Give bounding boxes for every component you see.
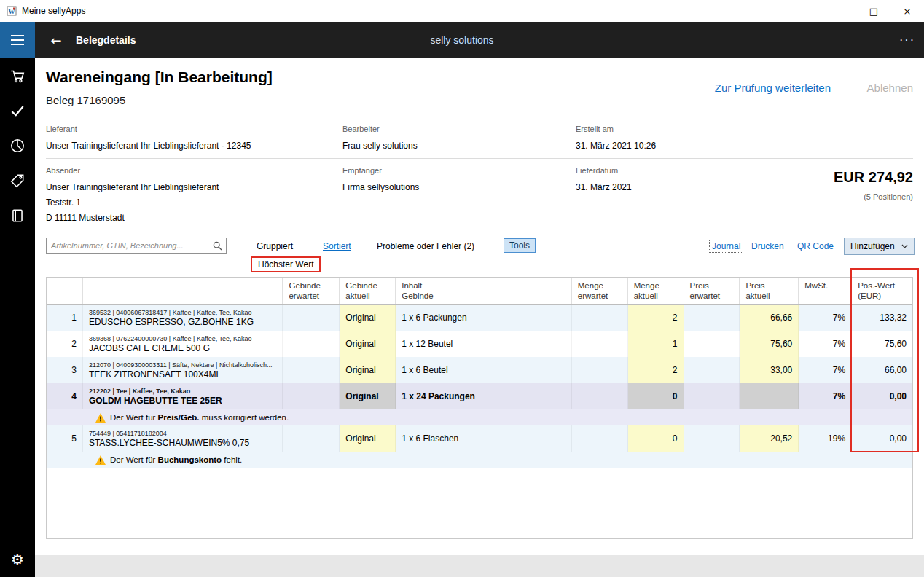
minimize-button[interactable]: – <box>823 0 857 22</box>
drucken-link[interactable]: Drucken <box>751 241 784 251</box>
table-row[interactable]: 1369532 | 04006067818417 | Kaffee | Kaff… <box>47 305 912 331</box>
search-input[interactable] <box>47 239 213 252</box>
mwst-cell: 7% <box>799 357 852 383</box>
article-cell[interactable]: 369368 | 07622400000730 | Kaffee | Kaffe… <box>83 331 283 357</box>
document-title: Wareneingang [In Bearbeitung] <box>46 68 273 86</box>
tools-button[interactable]: Tools <box>504 238 536 253</box>
inhalt-gebinde-cell[interactable]: 1 x 6 Beutel <box>396 357 572 383</box>
menge-erwartet-cell[interactable] <box>572 331 628 357</box>
header-menge-aktuell[interactable]: Menge aktuell <box>628 278 684 304</box>
forward-for-review-button[interactable]: Zur Prüfung weiterleiten <box>715 82 831 94</box>
sortiert-link[interactable]: Sortiert <box>323 241 351 251</box>
preis-aktuell-cell[interactable]: 66,66 <box>740 305 799 331</box>
menge-erwartet-cell[interactable] <box>572 357 628 383</box>
row-number: 1 <box>47 305 83 331</box>
journal-link[interactable]: Journal <box>709 240 743 253</box>
inhalt-gebinde-cell[interactable]: 1 x 24 Packungen <box>396 383 572 409</box>
menge-aktuell-cell[interactable]: 0 <box>628 383 684 409</box>
menge-erwartet-cell[interactable] <box>572 305 628 331</box>
gebinde-aktuell-cell[interactable]: Original <box>340 305 396 331</box>
table-row[interactable]: 2369368 | 07622400000730 | Kaffee | Kaff… <box>47 331 912 357</box>
header-menge-erwartet[interactable]: Menge erwartet <box>572 278 628 304</box>
menge-aktuell-cell[interactable]: 1 <box>628 331 684 357</box>
gebinde-erwartet-cell[interactable] <box>283 357 340 383</box>
app-icon: W <box>7 6 17 16</box>
more-options-button[interactable]: ··· <box>899 22 915 58</box>
header-mwst[interactable]: MwSt. <box>799 278 852 304</box>
gebinde-erwartet-cell[interactable] <box>283 383 340 409</box>
inhalt-gebinde-cell[interactable]: 1 x 6 Flaschen <box>396 425 572 452</box>
search-icon[interactable] <box>213 241 222 251</box>
gebinde-erwartet-cell[interactable] <box>283 305 340 331</box>
close-button[interactable]: × <box>890 0 924 22</box>
sidebar-spacer <box>0 233 35 542</box>
nav-center-title: selly solutions <box>0 22 924 58</box>
article-name: TEEK ZITRONENSAFT 100X4ML <box>89 369 221 380</box>
header-preis-erwartet[interactable]: Preis erwartet <box>684 278 740 304</box>
table-row[interactable]: 4212202 | Tee | Kaffee, Tee, KakaoGOLDM … <box>47 383 912 409</box>
sidebar-item-settings[interactable]: ⚙ <box>0 542 35 577</box>
pos-wert-cell: 66,00 <box>852 357 912 383</box>
app-window: W Meine sellyApps – □ × ← Belegdetails s… <box>0 0 924 577</box>
preis-erwartet-cell[interactable] <box>684 383 740 409</box>
menge-erwartet-cell[interactable] <box>572 425 628 452</box>
menge-aktuell-cell[interactable]: 2 <box>628 305 684 331</box>
sidebar-item-cart[interactable] <box>0 58 35 93</box>
article-cell[interactable]: 212070 | 04009300003311 | Säfte, Nektare… <box>83 357 283 383</box>
preis-erwartet-cell[interactable] <box>684 305 740 331</box>
sidebar-item-journal[interactable] <box>0 198 35 233</box>
preis-aktuell-cell[interactable]: 33,00 <box>740 357 799 383</box>
probleme-fehler-toggle[interactable]: Probleme oder Fehler (2) <box>377 241 474 251</box>
pie-chart-icon <box>9 138 26 154</box>
maximize-button[interactable]: □ <box>857 0 890 22</box>
reject-button[interactable]: Ablehnen <box>867 82 913 94</box>
header-preis-aktuell[interactable]: Preis aktuell <box>740 278 799 304</box>
sidebar-item-price-tag[interactable] <box>0 163 35 198</box>
header-gebinde-erwartet[interactable]: Gebinde erwartet <box>283 278 340 304</box>
qr-code-link[interactable]: QR Code <box>797 241 834 251</box>
inhalt-gebinde-cell[interactable]: 1 x 6 Packungen <box>396 305 572 331</box>
preis-erwartet-cell[interactable] <box>684 331 740 357</box>
sidebar-item-tasks[interactable] <box>0 93 35 128</box>
sidebar-item-reports[interactable] <box>0 128 35 163</box>
article-cell[interactable]: 754449 | 05411718182004STASS.LYCHEE-SCHA… <box>83 425 283 452</box>
menge-aktuell-cell[interactable]: 0 <box>628 425 684 452</box>
menge-erwartet-cell[interactable] <box>572 383 628 409</box>
header-gebinde-aktuell[interactable]: Gebinde aktuell <box>340 278 396 304</box>
preis-erwartet-cell[interactable] <box>684 425 740 452</box>
gruppiert-value-highlight[interactable]: Höchster Wert <box>251 256 321 272</box>
search-field-wrap <box>46 238 227 254</box>
row-warning: Der Wert für Buchungskonto fehlt. <box>47 452 912 468</box>
row-warning: Der Wert für Preis/Geb. muss korrigiert … <box>47 409 912 425</box>
gear-icon: ⚙ <box>11 551 24 568</box>
mwst-cell: 7% <box>799 331 852 357</box>
article-name: JACOBS CAFE CREME 500 G <box>89 343 210 354</box>
preis-erwartet-cell[interactable] <box>684 357 740 383</box>
tag-icon <box>9 173 26 189</box>
preis-aktuell-cell[interactable]: 75,60 <box>740 331 799 357</box>
article-meta: 369368 | 07622400000730 | Kaffee | Kaffe… <box>89 334 252 343</box>
table-row[interactable]: 3212070 | 04009300003311 | Säfte, Nektar… <box>47 357 912 383</box>
menge-aktuell-cell[interactable]: 2 <box>628 357 684 383</box>
inhalt-gebinde-cell[interactable]: 1 x 12 Beutel <box>396 331 572 357</box>
gebinde-aktuell-cell[interactable]: Original <box>340 425 396 452</box>
gebinde-erwartet-cell[interactable] <box>283 425 340 452</box>
table-row[interactable]: 5754449 | 05411718182004STASS.LYCHEE-SCH… <box>47 425 912 452</box>
article-cell[interactable]: 212202 | Tee | Kaffee, Tee, KakaoGOLDM H… <box>83 383 283 409</box>
header-pos-wert[interactable]: Pos.-Wert (EUR) <box>852 278 912 304</box>
preis-aktuell-cell[interactable] <box>740 383 799 409</box>
positions-table: Gebinde erwartet Gebinde aktuell Inhalt … <box>46 277 913 539</box>
preis-aktuell-cell[interactable]: 20,52 <box>740 425 799 452</box>
header-inhalt-gebinde[interactable]: Inhalt Gebinde <box>396 278 572 304</box>
gruppiert-label[interactable]: Gruppiert <box>257 241 293 251</box>
row-number: 3 <box>47 357 83 383</box>
hinzufuegen-dropdown-button[interactable]: Hinzufügen <box>844 238 915 255</box>
status-bar <box>35 555 924 577</box>
pos-wert-cell: 0,00 <box>852 425 912 452</box>
article-cell[interactable]: 369532 | 04006067818417 | Kaffee | Kaffe… <box>83 305 283 331</box>
gebinde-aktuell-cell[interactable]: Original <box>340 331 396 357</box>
gebinde-erwartet-cell[interactable] <box>283 331 340 357</box>
position-count: (5 Positionen) <box>864 192 913 201</box>
gebinde-aktuell-cell[interactable]: Original <box>340 383 396 409</box>
gebinde-aktuell-cell[interactable]: Original <box>340 357 396 383</box>
